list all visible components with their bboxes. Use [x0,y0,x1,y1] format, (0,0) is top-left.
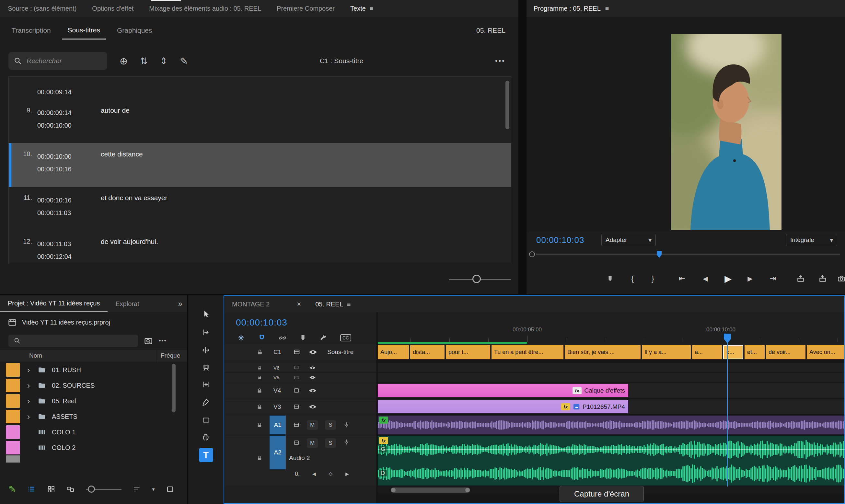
timeline-timecode[interactable]: 00:00:10:03 [236,318,287,328]
wrench-icon[interactable] [320,334,327,342]
project-bin-row[interactable]: › 02. SOURCES [0,378,187,393]
panel-overflow-icon[interactable]: » [178,299,187,308]
add-marker-button[interactable] [604,272,616,285]
zoom-level-select[interactable]: Adapter▾ [601,234,656,246]
caption-clip[interactable]: Il y a a... [642,345,691,359]
go-to-in-button[interactable]: ⇤ [676,272,688,285]
edit-pencil-icon[interactable]: ✎ [180,55,188,67]
playback-resolution-select[interactable]: Intégrale▾ [786,234,837,246]
go-to-out-button[interactable]: ⇥ [767,272,778,285]
track-output-icon[interactable] [293,375,299,380]
caption-row[interactable]: 12. 00:00:11:03 00:00:12:04 de voir aujo… [9,231,511,264]
prev-keyframe-icon[interactable]: ◀ [312,471,316,476]
clip-name[interactable]: COLO 1 [52,429,75,436]
tab-montage-2[interactable]: MONTAGE 2 [224,301,277,308]
caption-clip[interactable]: Tu en a peut être... [491,345,563,359]
tab-explorateur[interactable]: Explorat [108,300,143,308]
captions-list[interactable]: 00:00:09:14 9. 00:00:09:14 00:00:10:00 a… [8,76,511,264]
track-name[interactable]: Sous-titre [327,348,354,356]
bin-name[interactable]: 01. RUSH [52,366,81,374]
add-caption-icon[interactable]: ⊕ [120,55,128,67]
project-bin-row[interactable]: › 01. RUSH [0,362,187,378]
tab-transcription[interactable]: Transcription [6,22,57,39]
mark-out-button[interactable]: } [648,272,658,285]
more-options-icon[interactable]: ••• [495,57,510,65]
lane-v6[interactable] [378,363,844,373]
lane-v3[interactable]: fx P1012657.MP4 [378,399,844,414]
scrubber-handle-icon[interactable] [529,251,535,257]
caption-clip[interactable]: pour t... [446,345,490,359]
mute-button[interactable]: M [307,438,318,448]
column-frequence[interactable]: Fréque [161,352,180,359]
zoom-knob[interactable] [88,486,95,493]
column-divider[interactable] [156,349,157,362]
label-color-chip[interactable] [6,394,20,408]
timeline-hscroll-thumb[interactable] [391,487,470,493]
add-keyframe-icon[interactable]: ◇ [328,471,332,477]
caption-zoom-knob[interactable] [472,275,481,283]
lane-v4[interactable]: fx Calque d'effets [378,383,844,398]
list-view-icon[interactable] [27,485,36,493]
program-timecode[interactable]: 00:00:10:03 [536,235,584,245]
tab-source[interactable]: Source : (sans élément) [0,5,84,12]
slip-tool[interactable] [199,377,213,392]
bin-name[interactable]: 05. Reel [52,397,76,405]
caption-row[interactable]: 00:00:09:14 [9,77,511,100]
project-bin-row[interactable]: › 05. Reel [0,393,187,409]
label-color-chip[interactable] [6,410,20,424]
lane-a2[interactable]: fx G D [378,436,844,486]
eye-icon[interactable] [309,365,316,370]
mark-in-button[interactable]: { [628,272,637,285]
label-color-chip[interactable] [6,455,20,463]
chevron-down-icon[interactable]: ▾ [152,486,155,492]
caption-clip[interactable]: dista... [410,345,445,359]
caption-text[interactable]: cette distance [101,150,508,187]
track-id[interactable]: C1 [273,348,281,356]
eye-icon[interactable] [309,375,316,380]
play-button[interactable]: ▶ [721,272,735,285]
audio-clip-a1[interactable]: fx [378,416,844,434]
program-playhead[interactable] [657,251,662,258]
caption-clip-selected[interactable]: c... [723,345,743,359]
tab-programme[interactable]: Programme : 05. REEL [534,5,601,12]
bin-name[interactable]: ASSETS [52,413,77,420]
caption-row[interactable]: 9. 00:00:09:14 00:00:10:00 autour de [9,100,511,143]
chevron-right-icon[interactable]: › [20,365,37,375]
track-header-c1[interactable]: C1 Sous-titre [224,344,377,360]
chevron-right-icon[interactable]: › [20,396,37,406]
label-color-chip[interactable] [6,425,20,439]
export-frame-button[interactable] [835,272,845,285]
track-id[interactable]: V3 [273,403,281,410]
lock-icon[interactable] [257,388,263,394]
lane-c1[interactable]: Aujo... dista... pour t... Tu en a peut … [378,344,844,360]
tab-sous-titres[interactable]: Sous-titres [62,22,106,39]
edit-pencil-icon[interactable]: ✎ [8,484,16,494]
new-bin-icon[interactable] [166,485,174,493]
audio-clip-a2[interactable]: fx G D [378,436,844,486]
caption-clip[interactable]: Avec on... [807,345,844,359]
tab-premiere-composer[interactable]: Premiere Composer [269,5,342,12]
nest-insert-icon[interactable] [237,334,245,342]
panel-menu-icon[interactable]: ≡ [347,301,351,308]
project-clip-row[interactable]: COLO 2 [0,440,187,455]
bin-name[interactable]: 02. SOURCES [52,382,95,389]
extract-button[interactable] [816,272,829,285]
track-output-icon[interactable] [293,422,300,428]
track-header-a1[interactable]: A1 M S [224,416,377,434]
volume-value[interactable]: 0, [295,471,300,478]
step-back-button[interactable]: ◀ [700,272,711,285]
lock-icon[interactable] [257,455,263,461]
label-color-chip[interactable] [6,379,20,392]
search-input[interactable] [26,57,102,65]
lock-icon[interactable] [257,365,262,370]
panel-menu-icon[interactable]: ≡ [370,5,374,12]
eye-icon[interactable] [308,349,318,355]
chevron-right-icon[interactable]: › [20,381,37,391]
selection-tool[interactable] [199,307,213,321]
step-forward-button[interactable]: ▶ [744,272,756,285]
next-keyframe-icon[interactable]: ▶ [345,471,349,476]
type-tool[interactable]: T [199,448,213,462]
caption-text[interactable]: autour de [101,107,508,143]
program-scrubber[interactable] [536,254,840,255]
track-header-a2[interactable]: A2 M S Audio 2 0, ◀ ◇ ▶ [224,436,377,486]
